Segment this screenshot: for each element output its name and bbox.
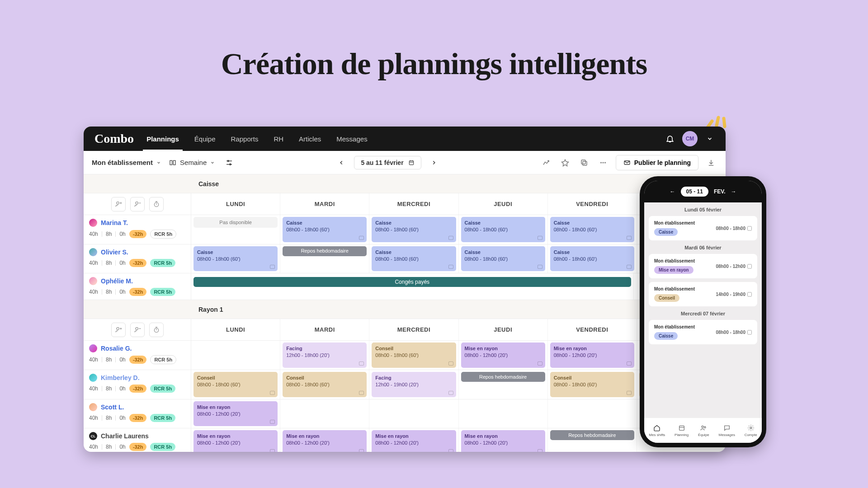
svg-point-16: [600, 162, 602, 163]
publish-button[interactable]: Publier le planning: [616, 155, 698, 170]
tab-planning[interactable]: Planning: [675, 424, 689, 437]
chart-icon[interactable]: [540, 156, 552, 169]
day-header: VENDREDI: [548, 193, 637, 215]
shift[interactable]: Conseil08h00 - 18h00 (60'): [550, 372, 634, 397]
nav-articles[interactable]: Articles: [299, 135, 321, 143]
more-icon[interactable]: [597, 156, 609, 169]
shift[interactable]: Caisse08h00 - 18h00 (60'): [461, 217, 545, 242]
nav-messages[interactable]: Messages: [336, 135, 367, 143]
date-range-chip[interactable]: 5 au 11 février: [354, 156, 421, 169]
shift[interactable]: Caisse08h00 - 18h00 (60'): [372, 217, 456, 242]
bell-icon[interactable]: [665, 134, 675, 144]
timer-icon[interactable]: [149, 197, 164, 211]
shift[interactable]: Caisse08h00 - 18h00 (60'): [372, 246, 456, 272]
shift[interactable]: Caisse08h00 - 18h00 (60'): [550, 217, 634, 242]
employee-row: Ophélie M. 40h 8h 0h -32h RCR 5h Congés …: [84, 273, 726, 300]
shift[interactable]: Mise en rayon08h00 - 12h00 (20'): [550, 343, 634, 368]
prev-week-icon[interactable]: [335, 156, 348, 169]
employee-row: Scott L. 40h 8h 0h -32h RCR 5h Mise en r…: [84, 399, 726, 429]
user-avatar[interactable]: CM: [682, 131, 698, 146]
tab-shifts[interactable]: Mes shifts: [649, 424, 665, 437]
user-add-icon[interactable]: [111, 197, 126, 211]
employee-name[interactable]: Marina T.: [101, 219, 128, 226]
svg-marker-13: [561, 160, 568, 166]
star-icon[interactable]: [559, 156, 571, 169]
rest-shift[interactable]: Repos hebdomadaire: [461, 372, 545, 382]
timer-icon[interactable]: [149, 323, 164, 337]
day-header-caisse: LUNDI MARDI MERCREDI JEUDI VENDREDI SAME…: [84, 193, 726, 215]
mobile-shift-card[interactable]: Mon établissement Caisse 08h00 - 18h00: [649, 216, 757, 240]
mobile-date-pill[interactable]: 05 - 11: [681, 187, 708, 197]
mobile-day-header: Lundi 05 février: [644, 207, 762, 212]
employee-row: Kimberley D. 40h 8h 0h -32h RCR 5h Conse…: [84, 370, 726, 399]
logo: Combo: [94, 131, 134, 146]
shift[interactable]: Caisse08h00 - 18h00 (60'): [193, 246, 278, 272]
day-header: LUNDI: [191, 193, 280, 215]
svg-rect-36: [679, 426, 684, 430]
mobile-shift-card[interactable]: Mon établissement Caisse 08h00 - 18h00: [649, 320, 757, 344]
employee-name[interactable]: Olivier S.: [101, 249, 128, 256]
svg-point-28: [117, 328, 119, 330]
shift[interactable]: Mise en rayon08h00 - 12h00 (20'): [283, 430, 367, 452]
next-icon[interactable]: →: [731, 188, 736, 195]
shift[interactable]: Caisse08h00 - 18h00 (60'): [550, 246, 634, 272]
shift[interactable]: Mise en rayon08h00 - 12h00 (20'): [461, 430, 545, 452]
mobile-tabbar: Mes shifts Planning Équipe Messages Comp…: [644, 418, 762, 443]
shift[interactable]: Conseil08h00 - 18h00 (60'): [193, 372, 278, 397]
employee-name[interactable]: Kimberley D.: [101, 374, 140, 381]
employee-row: CLCharlie Laurens 40h 8h 0h -32h RCR 5h …: [84, 428, 726, 452]
user-remove-icon[interactable]: [130, 323, 145, 337]
avatar: [89, 374, 97, 382]
tab-compte[interactable]: Compte: [745, 424, 757, 437]
shift[interactable]: Facing12h00 - 18h00 (20'): [283, 343, 367, 368]
view-select[interactable]: Semaine: [169, 159, 215, 166]
svg-point-40: [750, 427, 752, 429]
section-caisse: Caisse: [84, 174, 726, 193]
main-nav: Plannings Équipe Rapports RH Articles Me…: [146, 135, 368, 143]
avatar: CL: [89, 432, 97, 440]
location-select[interactable]: Mon établissement: [92, 159, 161, 166]
rcr-pill: RCR 5h: [150, 230, 176, 239]
nav-rh[interactable]: RH: [274, 135, 283, 143]
shift[interactable]: Conseil08h00 - 18h00 (60'): [372, 343, 456, 368]
rest-shift[interactable]: Repos hebdomadaire: [283, 246, 367, 256]
copy-icon[interactable]: [578, 156, 590, 169]
svg-line-1: [717, 117, 718, 126]
mobile-shift-card[interactable]: Mon établissement Conseil 14h00 - 19h00: [649, 282, 757, 306]
day-header: MERCREDI: [369, 193, 458, 215]
shift[interactable]: Mise en rayon08h00 - 12h00 (20'): [193, 430, 278, 452]
nav-plannings[interactable]: Plannings: [146, 135, 179, 143]
user-menu-chevron-icon[interactable]: [705, 134, 715, 144]
mobile-shift-card[interactable]: Mon établissement Mise en rayon 08h00 - …: [649, 254, 757, 278]
shift[interactable]: Facing12h00 - 19h00 (20'): [372, 372, 456, 397]
employee-name[interactable]: Ophélie M.: [101, 277, 133, 285]
svg-rect-14: [583, 161, 587, 165]
user-remove-icon[interactable]: [130, 197, 145, 211]
filter-icon[interactable]: [223, 156, 236, 169]
download-icon[interactable]: [705, 156, 717, 169]
svg-rect-9: [409, 160, 413, 164]
shift[interactable]: Mise en rayon08h00 - 12h00 (20'): [193, 401, 278, 427]
tab-equipe[interactable]: Équipe: [698, 424, 709, 437]
leave-span[interactable]: Congés payés: [193, 277, 631, 287]
svg-point-23: [136, 202, 138, 204]
nav-rapports[interactable]: Rapports: [231, 135, 259, 143]
mobile-header: ← 05 - 11 FEV. →: [644, 181, 762, 202]
shift[interactable]: Mise en rayon08h00 - 12h00 (20'): [461, 343, 545, 368]
shift[interactable]: Mise en rayon08h00 - 12h00 (20'): [372, 430, 456, 452]
rest-shift[interactable]: Repos hebdomadaire: [550, 430, 634, 440]
mobile-day-header: Mercredi 07 février: [644, 311, 762, 316]
unavailable-shift[interactable]: Pas disponible: [193, 217, 278, 228]
shift[interactable]: Caisse08h00 - 18h00 (60'): [283, 217, 367, 242]
nav-equipe[interactable]: Équipe: [194, 135, 216, 143]
tab-messages[interactable]: Messages: [718, 424, 735, 437]
shift[interactable]: Caisse08h00 - 18h00 (60'): [461, 246, 545, 272]
calendar-icon: [408, 160, 415, 166]
user-add-icon[interactable]: [111, 323, 126, 337]
employee-name[interactable]: Charlie Laurens: [101, 432, 149, 440]
employee-name[interactable]: Rosalie G.: [101, 345, 132, 352]
prev-icon[interactable]: ←: [670, 188, 675, 195]
shift[interactable]: Conseil08h00 - 18h00 (60'): [283, 372, 367, 397]
employee-name[interactable]: Scott L.: [101, 404, 124, 411]
next-week-icon[interactable]: [428, 156, 440, 169]
